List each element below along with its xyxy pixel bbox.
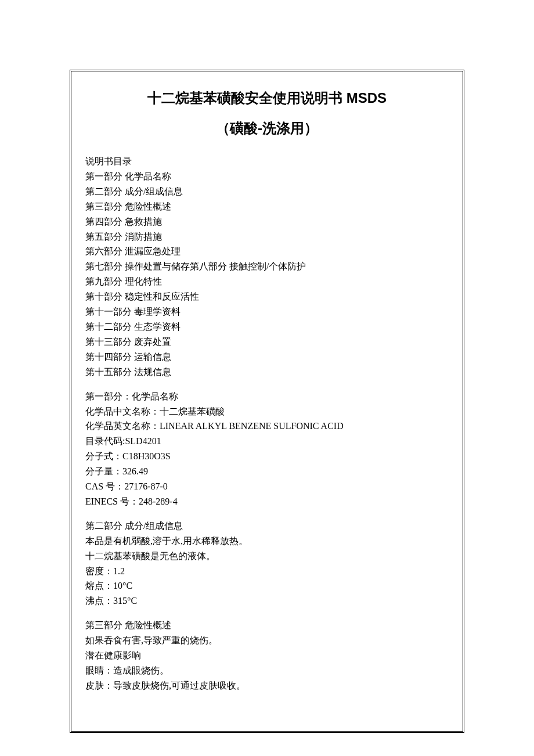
document-subtitle: （磺酸-洗涤用） xyxy=(85,119,449,138)
section3-header: 第三部分 危险性概述 xyxy=(85,618,449,633)
section2-line: 熔点：10°C xyxy=(85,578,449,593)
section3-line: 潜在健康影响 xyxy=(85,648,449,663)
page-border: 十二烷基苯磺酸安全使用说明书 MSDS （磺酸-洗涤用） 说明书目录 第一部分 … xyxy=(70,70,464,733)
section2-line: 十二烷基苯磺酸是无色的液体。 xyxy=(85,549,449,564)
toc-item: 第三部分 危险性概述 xyxy=(85,199,449,214)
section3-line: 皮肤：导致皮肤烧伤,可通过皮肤吸收。 xyxy=(85,678,449,693)
section2-header: 第二部分 成分/组成信息 xyxy=(85,519,449,534)
document-body: 说明书目录 第一部分 化学品名称 第二部分 成分/组成信息 第三部分 危险性概述… xyxy=(85,154,449,693)
section1-line: 化学品中文名称：十二烷基苯磺酸 xyxy=(85,404,449,419)
toc-item: 第七部分 操作处置与储存第八部分 接触控制/个体防护 xyxy=(85,259,449,274)
section3-line: 眼睛：造成眼烧伤。 xyxy=(85,663,449,678)
toc-item: 第六部分 泄漏应急处理 xyxy=(85,244,449,259)
toc-header: 说明书目录 xyxy=(85,154,449,169)
section3-line: 如果吞食有害,导致严重的烧伤。 xyxy=(85,633,449,648)
toc-item: 第十四部分 运输信息 xyxy=(85,350,449,365)
document-title: 十二烷基苯磺酸安全使用说明书 MSDS xyxy=(85,89,449,107)
toc-item: 第十五部分 法规信息 xyxy=(85,365,449,380)
toc-item: 第十部分 稳定性和反应活性 xyxy=(85,289,449,304)
section1-line: EINECS 号：248-289-4 xyxy=(85,494,449,509)
toc-item: 第二部分 成分/组成信息 xyxy=(85,184,449,199)
section1-header: 第一部分：化学品名称 xyxy=(85,389,449,404)
section2-line: 沸点：315°C xyxy=(85,593,449,609)
section-break xyxy=(85,509,449,519)
section1-line: 化学品英文名称：LINEAR ALKYL BENZENE SULFONIC AC… xyxy=(85,419,449,434)
section2-line: 本品是有机弱酸,溶于水,用水稀释放热。 xyxy=(85,534,449,549)
toc-item: 第五部分 消防措施 xyxy=(85,229,449,244)
toc-item: 第十二部分 生态学资料 xyxy=(85,319,449,334)
section2-line: 密度：1.2 xyxy=(85,564,449,579)
toc-item: 第九部分 理化特性 xyxy=(85,274,449,289)
toc-item: 第一部分 化学品名称 xyxy=(85,169,449,184)
section1-line: 分子式：C18H30O3S xyxy=(85,449,449,464)
toc-item: 第四部分 急救措施 xyxy=(85,214,449,229)
section-break xyxy=(85,380,449,389)
section-break xyxy=(85,609,449,618)
toc-item: 第十三部分 废弃处置 xyxy=(85,334,449,350)
toc-item: 第十一部分 毒理学资料 xyxy=(85,304,449,319)
section1-line: CAS 号：27176-87-0 xyxy=(85,479,449,494)
section1-line: 目录代码:SLD4201 xyxy=(85,434,449,449)
section1-line: 分子量：326.49 xyxy=(85,464,449,479)
